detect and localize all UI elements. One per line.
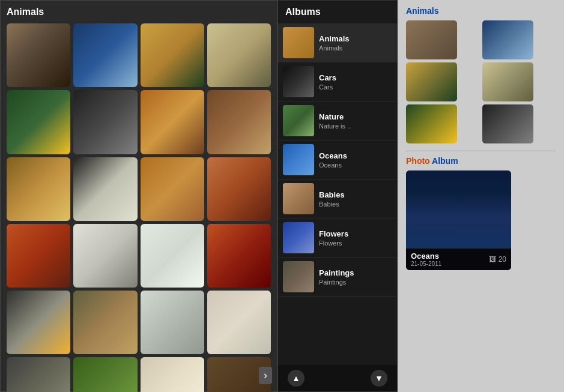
photo-cell[interactable] — [207, 291, 271, 354]
album-thumb-oceans — [283, 144, 314, 175]
photo-album-title-red: Photo — [406, 156, 430, 166]
photo-cell[interactable] — [207, 157, 271, 221]
album-thumb-nature — [283, 105, 314, 136]
right-thumb-fish[interactable] — [406, 104, 457, 143]
album-thumb-animals — [283, 27, 314, 58]
right-thumb-leopard[interactable] — [406, 20, 457, 59]
album-item-oceans[interactable]: Oceans Oceans — [278, 140, 397, 179]
right-thumb-dolphin[interactable] — [482, 20, 533, 59]
ocean-reflection — [406, 225, 511, 249]
album-name-animals: Animals — [319, 34, 350, 43]
album-name-cars: Cars — [319, 73, 336, 82]
photo-cell[interactable] — [73, 357, 137, 392]
divider — [406, 151, 556, 151]
album-preview-date: 21-05-2011 — [411, 261, 441, 267]
album-item-flowers[interactable]: Flowers Flowers — [278, 219, 397, 258]
photo-cell[interactable] — [141, 157, 204, 221]
next-button[interactable]: › — [259, 367, 272, 384]
photo-cell[interactable] — [7, 357, 70, 392]
album-sub-nature: Nature is .. — [319, 122, 351, 130]
album-name-babies: Babies — [319, 190, 345, 199]
album-sub-oceans: Oceans — [319, 161, 347, 169]
photo-cell[interactable] — [7, 157, 70, 221]
album-sub-flowers: Flowers — [319, 240, 348, 247]
album-preview-image — [406, 170, 511, 249]
album-preview-name: Oceans — [411, 252, 441, 261]
photo-cell[interactable] — [73, 224, 137, 288]
album-preview-count: 🖼 20 — [489, 255, 506, 264]
album-preview-footer: Oceans 21-05-2011 🖼 20 — [406, 249, 511, 270]
photo-cell[interactable] — [207, 224, 271, 288]
photo-cell[interactable] — [207, 90, 271, 154]
right-thumb-horses[interactable] — [482, 104, 533, 143]
photo-cell[interactable] — [73, 23, 137, 87]
albums-title: Albums — [278, 1, 397, 23]
album-list: Animals Animals Cars Cars Nature Nature … — [278, 23, 397, 365]
photo-cell[interactable] — [141, 224, 204, 288]
right-panel: Animals Photo Album Oceans 21-05-2011 🖼 … — [398, 0, 564, 392]
album-nav: ▲ ▼ — [278, 365, 397, 391]
right-thumb-snake[interactable] — [482, 62, 533, 101]
photo-album-title-blue: Album — [432, 156, 458, 166]
album-item-animals[interactable]: Animals Animals — [278, 23, 397, 62]
album-item-cars[interactable]: Cars Cars — [278, 62, 397, 101]
album-name-nature: Nature — [319, 112, 351, 121]
photo-cell[interactable] — [73, 90, 137, 154]
album-sub-paintings: Paintings — [319, 279, 354, 286]
album-item-babies[interactable]: Babies Babies — [278, 179, 397, 219]
album-sub-babies: Babies — [319, 201, 345, 208]
left-panel-title: Animals — [7, 7, 271, 17]
album-sub-animals: Animals — [319, 44, 350, 52]
album-thumb-paintings — [283, 261, 314, 292]
album-name-oceans: Oceans — [319, 151, 347, 160]
album-item-paintings[interactable]: Paintings Paintings — [278, 258, 397, 297]
album-thumb-babies — [283, 183, 314, 214]
photo-grid — [7, 23, 271, 392]
right-section-title: Animals — [406, 6, 556, 16]
nav-down-button[interactable]: ▼ — [371, 370, 387, 387]
nav-up-button[interactable]: ▲ — [288, 370, 305, 387]
right-thumb-grid — [406, 20, 556, 143]
photo-cell[interactable] — [7, 224, 70, 288]
photo-count: 20 — [499, 255, 506, 264]
album-name-paintings: Paintings — [319, 268, 354, 277]
album-name-flowers: Flowers — [319, 229, 348, 238]
photo-cell[interactable] — [7, 90, 70, 154]
photo-cell[interactable] — [73, 157, 137, 221]
photo-cell[interactable] — [7, 291, 70, 354]
album-preview-card[interactable]: Oceans 21-05-2011 🖼 20 — [406, 170, 511, 270]
album-sub-cars: Cars — [319, 83, 336, 91]
album-item-nature[interactable]: Nature Nature is .. — [278, 101, 397, 140]
album-thumb-cars — [283, 66, 314, 97]
photo-cell[interactable] — [141, 357, 204, 392]
middle-panel: Albums Animals Animals Cars Cars Nature … — [277, 0, 398, 392]
left-panel: Animals › — [0, 0, 277, 392]
photo-cell[interactable] — [73, 291, 137, 354]
photo-cell[interactable] — [141, 291, 204, 354]
album-thumb-flowers — [283, 222, 314, 253]
photo-cell[interactable] — [141, 23, 204, 87]
photo-count-icon: 🖼 — [489, 255, 496, 264]
photo-cell[interactable] — [141, 90, 204, 154]
photo-album-title: Photo Album — [406, 156, 556, 166]
photo-cell[interactable] — [7, 23, 70, 87]
photo-cell[interactable] — [207, 23, 271, 87]
right-thumb-giraffe[interactable] — [406, 62, 457, 101]
